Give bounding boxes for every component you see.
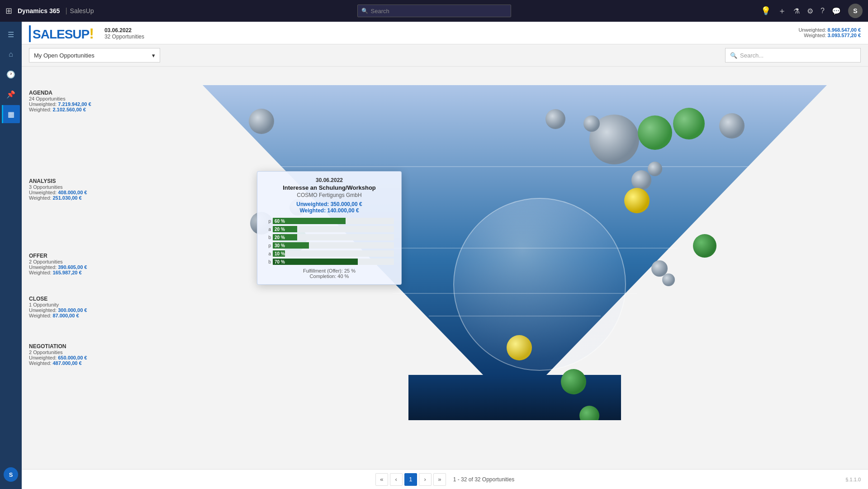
chevron-down-icon: ▾ xyxy=(152,52,155,59)
ball-green-top-1[interactable] xyxy=(638,115,672,150)
bar-row-a1: a 20 % xyxy=(265,225,394,233)
popup-title: Interesse an Schulung/Workshop xyxy=(265,184,394,191)
stage-close: CLOSE 1 Opportunity Unweighted: 300.000,… xyxy=(29,296,87,318)
bar-row-p1: p 60 % xyxy=(265,217,394,225)
header-unweighted-total: Unweighted: 8.968.547,00 € xyxy=(798,27,861,33)
page-first-button[interactable]: « xyxy=(375,473,388,486)
sidebar-user-initial[interactable]: S xyxy=(4,467,18,482)
page-info-text: 1 - 32 of 32 Opportunities xyxy=(453,476,514,483)
sidebar-item-menu[interactable]: ☰ xyxy=(2,25,20,43)
pagination-bar: « ‹ 1 › » 1 - 32 of 32 Opportunities §.1… xyxy=(22,469,868,489)
ball-green-tank-1[interactable] xyxy=(561,369,586,394)
sidebar-item-home[interactable]: ⌂ xyxy=(2,45,20,63)
page-last-button[interactable]: » xyxy=(433,473,446,486)
search-icon: 🔍 xyxy=(730,52,737,59)
ball-green-right-1[interactable] xyxy=(693,234,716,258)
ball-green-top-2[interactable] xyxy=(673,108,705,139)
sidebar-active-indicator xyxy=(2,105,3,123)
bar-row-b1: b 20 % xyxy=(265,234,394,241)
nav-separator: | xyxy=(65,7,67,15)
app-header: SALESUP! 03.06.2022 32 Opportunities Unw… xyxy=(22,22,868,44)
ball-gray-3[interactable] xyxy=(583,115,600,132)
global-search-placeholder: Search xyxy=(371,8,389,14)
popup-company: COSMO Fertigungs GmbH xyxy=(265,192,394,198)
search-icon: 🔍 xyxy=(361,8,368,14)
page-prev-button[interactable]: ‹ xyxy=(390,473,403,486)
nav-right-actions: 💡 ＋ ⚗ ⚙ ? 💬 S xyxy=(761,4,863,18)
ball-gray-right-2[interactable] xyxy=(651,260,668,277)
lightbulb-icon[interactable]: 💡 xyxy=(761,6,771,16)
module-label: SalesUp xyxy=(70,7,94,14)
filter-search-placeholder: Search... xyxy=(740,52,764,59)
app-logo: SALESUP! xyxy=(29,25,94,42)
bar-row-a2: a 10 % xyxy=(265,250,394,257)
grid-menu-icon[interactable]: ⊞ xyxy=(5,6,12,16)
sidebar-item-recent[interactable]: 🕐 xyxy=(2,65,20,83)
popup-unweighted: Unweighted: 350.000,00 € xyxy=(265,201,394,207)
ball-gray-right-3[interactable] xyxy=(662,273,675,286)
dynamics-label: Dynamics 365 xyxy=(18,7,60,14)
ball-gray-2[interactable] xyxy=(545,109,565,129)
filter-icon[interactable]: ⚗ xyxy=(793,7,800,15)
global-search-bar[interactable]: 🔍 Search xyxy=(357,5,511,17)
stage-negotiation: NEGOTIATION 2 Opportunities Unweighted: … xyxy=(29,343,87,366)
help-icon[interactable]: ? xyxy=(821,7,825,15)
popup-date: 30.06.2022 xyxy=(265,177,394,183)
funnel-visualization-area: AGENDA 24 Opportunities Unweighted: 7.21… xyxy=(22,85,868,469)
bar-row-p2: p 30 % xyxy=(265,242,394,249)
header-weighted-total: Weighted: 3.093.577,20 € xyxy=(798,33,861,38)
main-content-area: SALESUP! 03.06.2022 32 Opportunities Unw… xyxy=(22,22,868,489)
logo-accent-text: UP xyxy=(72,27,89,41)
left-sidebar: ☰ ⌂ 🕐 📌 ▦ S xyxy=(0,22,22,489)
stage-labels-container: AGENDA 24 Opportunities Unweighted: 7.21… xyxy=(29,85,119,469)
stage-analysis: ANALYSIS 3 Opportunities Unweighted: 408… xyxy=(29,178,87,201)
filter-search-input[interactable]: 🔍 Search... xyxy=(725,48,861,62)
popup-completion: Completion: 40 % xyxy=(265,273,394,279)
glass-sphere xyxy=(454,198,626,370)
ball-gray-top-right[interactable] xyxy=(719,113,745,139)
settings-icon[interactable]: ⚙ xyxy=(807,7,813,15)
page-next-button[interactable]: › xyxy=(419,473,432,486)
popup-progress-bars: p 60 % a 20 % b xyxy=(265,217,394,265)
ball-gray-mid-1[interactable] xyxy=(631,170,651,190)
header-date: 03.06.2022 xyxy=(104,27,144,34)
stage-offer: OFFER 2 Opportunities Unweighted: 390.60… xyxy=(29,253,87,275)
stage-agenda: AGENDA 24 Opportunities Unweighted: 7.21… xyxy=(29,90,91,112)
filter-bar: My Open Opportunities ▾ 🔍 Search... xyxy=(22,44,868,67)
opportunities-filter-dropdown[interactable]: My Open Opportunities ▾ xyxy=(29,48,160,62)
opportunity-popup[interactable]: 30.06.2022 Interesse an Schulung/Worksho… xyxy=(257,171,402,285)
ball-yellow-1[interactable] xyxy=(624,188,650,213)
version-label: §.1.1.0 xyxy=(845,477,861,482)
popup-fulfillment: Fulfillment (Offer): 25 % xyxy=(265,268,394,273)
logo-area: SALESUP! xyxy=(29,25,94,42)
header-opportunities-count: 32 Opportunities xyxy=(104,34,144,40)
header-info: 03.06.2022 32 Opportunities xyxy=(104,25,144,40)
popup-amounts: Unweighted: 350.000,00 € Weighted: 140.0… xyxy=(265,201,394,214)
ball-gray-1[interactable] xyxy=(249,109,274,134)
page-current-button[interactable]: 1 xyxy=(404,473,417,486)
sidebar-item-pinned[interactable]: 📌 xyxy=(2,85,20,103)
sidebar-item-dashboard[interactable]: ▦ xyxy=(2,105,20,123)
top-navigation: ⊞ Dynamics 365 | SalesUp 🔍 Search 💡 ＋ ⚗ … xyxy=(0,0,868,22)
add-icon[interactable]: ＋ xyxy=(778,5,786,16)
bar-row-b2: b 70 % xyxy=(265,258,394,265)
ball-gray-mid-2[interactable] xyxy=(648,162,662,176)
header-totals: Unweighted: 8.968.547,00 € Weighted: 3.0… xyxy=(798,25,861,38)
user-avatar[interactable]: S xyxy=(848,4,863,18)
filter-dropdown-value: My Open Opportunities xyxy=(34,52,95,59)
funnel-chart-container: 30.06.2022 Interesse an Schulung/Worksho… xyxy=(157,85,868,469)
logo-exclaim-text: ! xyxy=(89,25,94,42)
logo-main-text: SALES xyxy=(33,27,72,41)
popup-weighted: Weighted: 140.000,00 € xyxy=(265,207,394,214)
chat-icon[interactable]: 💬 xyxy=(832,7,841,15)
